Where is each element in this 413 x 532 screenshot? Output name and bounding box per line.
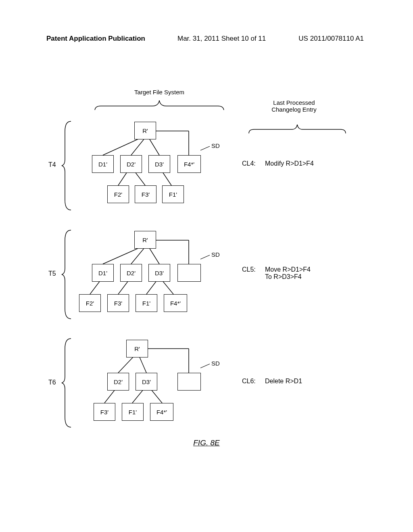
node-d3-t4: D3' <box>148 155 170 173</box>
node-f4s-t6: F4*' <box>150 403 173 421</box>
svg-line-5 <box>118 172 127 185</box>
timestep-label-t4: T4 <box>48 161 56 168</box>
brace-t4 <box>61 119 73 212</box>
node-f3-t5: F3' <box>107 294 129 312</box>
node-d3-t5: D3' <box>148 264 170 282</box>
col-header-fs: Target File System <box>105 89 214 111</box>
svg-line-18 <box>200 255 210 259</box>
svg-line-0 <box>103 139 139 155</box>
node-d2-t6: D2' <box>107 373 129 391</box>
figure-label: FIG. 8E <box>193 438 219 447</box>
sd-label-t5: SD <box>211 251 220 258</box>
node-d3-t6: D3' <box>136 373 157 391</box>
node-r-t4: R' <box>134 122 156 139</box>
svg-line-6 <box>135 172 145 185</box>
node-d2-t5: D2' <box>120 264 142 282</box>
svg-line-10 <box>131 248 144 264</box>
col-header-cl-label: Last Processed Changelog Entry <box>244 99 344 113</box>
sd-label-t4: SD <box>211 142 220 149</box>
svg-line-20 <box>140 357 146 373</box>
cl-action-t4: Modify R>D1>F4 <box>265 160 314 167</box>
node-f3-t6: F3' <box>94 403 115 421</box>
svg-line-25 <box>151 390 162 403</box>
svg-line-1 <box>131 139 144 155</box>
node-f2-t5: F2' <box>79 294 101 312</box>
svg-line-23 <box>104 390 115 403</box>
svg-line-17 <box>163 281 173 294</box>
node-f1-t5: F1' <box>136 294 157 312</box>
node-d2-t4: D2' <box>120 155 142 173</box>
svg-line-8 <box>200 146 210 150</box>
node-r-t5: R' <box>134 231 156 249</box>
cl-label-t5: CL5: <box>242 266 256 273</box>
header-pubno: US 2011/0078110 A1 <box>298 35 364 43</box>
node-sd-t5 <box>177 264 201 282</box>
svg-line-16 <box>146 281 156 294</box>
node-d1-t4: D1' <box>92 155 114 173</box>
svg-line-9 <box>103 248 139 264</box>
node-r-t6: R' <box>126 340 148 357</box>
brace-t5 <box>61 228 73 321</box>
svg-line-24 <box>132 390 143 403</box>
node-sd-t6 <box>177 373 201 391</box>
svg-line-15 <box>118 281 128 294</box>
col-header-fs-label: Target File System <box>105 89 214 96</box>
node-f1-t4: F1' <box>162 185 184 203</box>
svg-line-14 <box>90 281 100 294</box>
cl-label-t6: CL6: <box>242 378 256 385</box>
node-f4s-t4: F4*' <box>177 155 201 173</box>
cl-action-t5: Move R>D1>F4 To R>D3>F4 <box>265 266 311 281</box>
cl-action-t6: Delete R>D1 <box>265 378 302 385</box>
sd-label-t6: SD <box>211 360 220 367</box>
col-header-cl: Last Processed Changelog Entry <box>244 85 344 135</box>
svg-line-26 <box>200 364 210 368</box>
brace-t6 <box>61 337 73 429</box>
node-f2-t4: F2' <box>107 185 129 203</box>
cl-label-t4: CL4: <box>242 160 256 167</box>
timestep-label-t5: T5 <box>48 270 56 277</box>
node-f3-t4: F3' <box>135 185 156 203</box>
svg-line-2 <box>149 139 159 155</box>
header-publication: Patent Application Publication <box>46 35 145 43</box>
timestep-label-t6: T6 <box>48 379 56 386</box>
svg-line-7 <box>163 172 171 185</box>
node-d1-t5: D1' <box>92 264 114 282</box>
svg-line-11 <box>149 248 159 264</box>
svg-line-19 <box>118 357 133 373</box>
node-f4s-t5: F4*' <box>164 294 187 312</box>
header-date-sheet: Mar. 31, 2011 Sheet 10 of 11 <box>177 35 266 43</box>
node-f1-t6: F1' <box>122 403 144 421</box>
